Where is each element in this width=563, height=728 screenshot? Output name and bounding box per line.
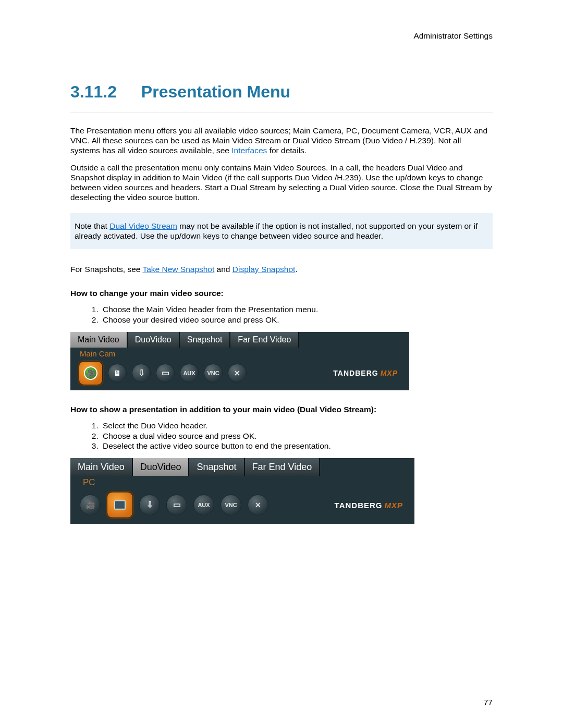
source-doc-camera[interactable] xyxy=(132,364,151,382)
vcr-icon xyxy=(173,501,181,509)
ui-presentation-menu-mainvideo: Main Video DuoVideo Snapshot Far End Vid… xyxy=(70,332,409,390)
close-icon xyxy=(234,369,240,377)
howto-2-title: How to show a presentation in addition t… xyxy=(70,405,493,414)
source-vcr[interactable] xyxy=(166,495,187,515)
tab-duovideo[interactable]: DuoVideo xyxy=(133,458,190,476)
source-pc[interactable] xyxy=(108,364,127,382)
selected-source-label: PC xyxy=(70,476,414,489)
brand-logo: TANDBERG MXP xyxy=(335,501,409,510)
header-section: Administrator Settings xyxy=(70,31,493,41)
note-box: Note that Dual Video Stream may not be a… xyxy=(70,213,493,249)
divider xyxy=(70,113,493,113)
tab-main-video[interactable]: Main Video xyxy=(70,332,128,348)
section-number: 3.11.2 xyxy=(70,82,117,101)
tab-far-end-video[interactable]: Far End Video xyxy=(230,332,299,348)
howto-1-title: How to change your main video source: xyxy=(70,289,493,298)
paragraph-1: The Presentation menu offers you all ava… xyxy=(70,126,493,156)
source-vnc[interactable]: VNC xyxy=(221,495,241,515)
howto-1-steps: Choose the Main Video header from the Pr… xyxy=(70,304,493,325)
page-number: 77 xyxy=(484,698,493,707)
page-title: 3.11.2 Presentation Menu xyxy=(70,82,493,102)
paragraph-2: Outside a call the presentation menu onl… xyxy=(70,163,493,203)
tab-snapshot[interactable]: Snapshot xyxy=(189,458,244,476)
source-row: AUX VNC TANDBERG MXP xyxy=(70,359,409,390)
tab-bar: Main Video DuoVideo Snapshot Far End Vid… xyxy=(70,332,409,348)
ui-presentation-menu-duovideo: Main Video DuoVideo Snapshot Far End Vid… xyxy=(70,458,414,524)
tab-duovideo[interactable]: DuoVideo xyxy=(128,332,180,348)
tab-far-end-video[interactable]: Far End Video xyxy=(245,458,321,476)
source-vcr[interactable] xyxy=(156,364,175,382)
link-interfaces[interactable]: Interfaces xyxy=(231,146,267,155)
link-display-snapshot[interactable]: Display Snapshot xyxy=(232,265,296,274)
source-pc[interactable] xyxy=(107,492,133,518)
doc-camera-icon xyxy=(138,369,145,377)
camera-icon xyxy=(84,366,97,380)
source-main-camera[interactable] xyxy=(79,361,103,385)
list-item: Select the Duo Video header. xyxy=(101,421,493,430)
tab-snapshot[interactable]: Snapshot xyxy=(180,332,231,348)
brand-logo: TANDBERG MXP xyxy=(333,369,404,377)
link-take-new-snapshot[interactable]: Take New Snapshot xyxy=(142,265,214,274)
doc-camera-icon xyxy=(146,501,153,509)
source-aux[interactable]: AUX xyxy=(180,364,199,382)
pc-icon xyxy=(114,500,126,510)
tab-main-video[interactable]: Main Video xyxy=(70,458,133,476)
tab-bar: Main Video DuoVideo Snapshot Far End Vid… xyxy=(70,458,414,476)
source-close[interactable] xyxy=(248,495,268,515)
vcr-icon xyxy=(162,369,169,377)
howto-2-steps: Select the Duo Video header. Choose a du… xyxy=(70,421,493,451)
link-dual-video-stream[interactable]: Dual Video Stream xyxy=(109,221,177,230)
list-item: Choose the Main Video header from the Pr… xyxy=(101,304,493,314)
source-close[interactable] xyxy=(228,364,247,382)
section-heading: Presentation Menu xyxy=(141,82,290,101)
close-icon xyxy=(255,501,261,509)
source-doc-camera[interactable] xyxy=(139,495,160,515)
source-vnc[interactable]: VNC xyxy=(204,364,223,382)
pc-icon xyxy=(114,369,121,377)
list-item: Choose a dual video source and press OK. xyxy=(101,431,493,441)
paragraph-snapshots: For Snapshots, see Take New Snapshot and… xyxy=(70,265,493,275)
source-aux[interactable]: AUX xyxy=(193,495,214,515)
camera-icon xyxy=(86,501,95,509)
list-item: Deselect the active video source button … xyxy=(101,441,493,451)
source-main-camera[interactable] xyxy=(80,495,101,515)
list-item: Choose your desired video source and pre… xyxy=(101,315,493,325)
source-row: AUX VNC TANDBERG MXP xyxy=(70,489,414,524)
selected-source-label: Main Cam xyxy=(70,348,409,359)
